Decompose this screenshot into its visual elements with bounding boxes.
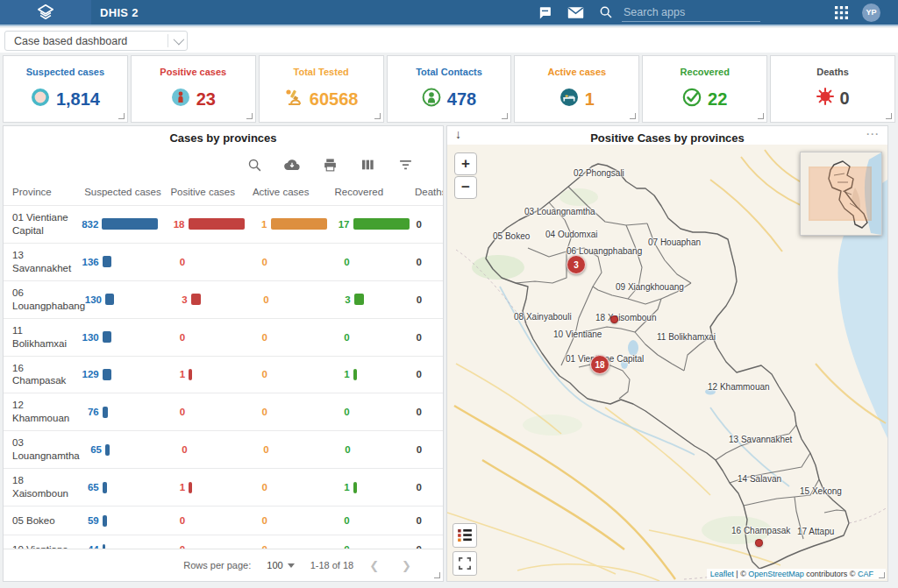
map-zoom-in-button[interactable]: + xyxy=(454,152,477,175)
positive-value: 0 xyxy=(162,407,185,417)
col-header-deaths[interactable]: Deaths xyxy=(408,187,443,197)
rows-per-page-label: Rows per page: xyxy=(183,560,251,570)
col-header-recovered[interactable]: Recovered xyxy=(325,187,408,197)
table-filter-icon[interactable] xyxy=(397,157,413,173)
active-cell: 0 xyxy=(245,515,327,526)
positive-value: 1 xyxy=(162,482,185,492)
kpi-card-value: 23 xyxy=(196,89,216,110)
recovered-cell: 3 xyxy=(328,294,410,305)
province-label: 04 Oudomxai xyxy=(545,230,597,239)
recovered-value: 0 xyxy=(327,407,350,417)
active-cell: 0 xyxy=(245,407,327,417)
attribution-link[interactable]: Leaflet xyxy=(710,570,734,578)
active-cell: 0 xyxy=(245,369,327,379)
case-count-marker[interactable]: 18 xyxy=(590,355,609,374)
recovered-value: 3 xyxy=(328,294,351,305)
panel-resize-handle[interactable] xyxy=(879,572,885,578)
prev-page-button[interactable]: ❮ xyxy=(369,559,379,572)
map-zoom-out-button[interactable]: − xyxy=(454,176,477,199)
table-print-icon[interactable] xyxy=(322,157,338,173)
suspected-bar xyxy=(103,482,107,493)
suspected-value: 59 xyxy=(76,515,99,526)
kpi-card-value: 478 xyxy=(447,89,476,110)
suspected-bar xyxy=(102,218,158,230)
positive-bar xyxy=(189,369,192,380)
dhis2-logo[interactable] xyxy=(0,0,91,25)
active-value: 0 xyxy=(245,257,267,267)
kpi-card-total-contacts: Total Contacts478 xyxy=(387,55,512,123)
messages-icon[interactable] xyxy=(567,4,584,21)
suspected-cell: 130 xyxy=(76,331,163,343)
cases-by-provinces-panel: Cases by provinces Province Suspected ca… xyxy=(3,125,444,582)
dhis2-dashboard: DHIS 2 YP xyxy=(0,0,898,588)
active-cell: 0 xyxy=(245,332,327,343)
user-avatar[interactable]: YP xyxy=(862,4,880,22)
recovered-cell: 0 xyxy=(327,257,410,267)
card-resize-handle[interactable] xyxy=(758,113,764,119)
rows-per-page-select[interactable]: 100 xyxy=(267,560,294,570)
table-toolbar xyxy=(4,145,443,178)
province-label: 02 Phongsali xyxy=(574,168,624,178)
table-download-icon[interactable] xyxy=(284,157,300,173)
card-resize-handle[interactable] xyxy=(502,113,508,119)
card-resize-handle[interactable] xyxy=(246,113,253,119)
table-row: 06 Louangphabang1303030 xyxy=(4,280,443,318)
positive-cell: 1 xyxy=(162,369,245,380)
suspected-cell: 130 xyxy=(79,294,165,305)
col-header-active[interactable]: Active cases xyxy=(244,187,326,197)
card-resize-handle[interactable] xyxy=(374,113,381,119)
map-fullscreen-button[interactable] xyxy=(453,551,477,576)
panel-resize-handle[interactable] xyxy=(434,572,440,578)
map-download-icon[interactable]: ↓ xyxy=(455,128,461,140)
table-search-icon[interactable] xyxy=(246,157,262,173)
recovered-value: 1 xyxy=(327,369,350,379)
active-value: 0 xyxy=(246,294,269,305)
recovered-cell: 1 xyxy=(327,369,410,380)
chevron-down-icon xyxy=(174,34,185,46)
leaflet-map[interactable]: 02 Phongsali03 Louangnamtha05 Bokeo04 Ou… xyxy=(447,145,887,581)
map-legend-button[interactable] xyxy=(453,523,477,548)
table-row: 05 Bokeo590000 xyxy=(4,506,443,535)
deaths-value: 0 xyxy=(409,407,443,417)
kpi-card-title: Active cases xyxy=(548,67,607,77)
map-more-menu-icon[interactable]: ⋯ xyxy=(866,126,880,142)
positive-cell: 0 xyxy=(162,332,245,343)
col-header-positive[interactable]: Positive cases xyxy=(161,187,244,197)
positive-bar xyxy=(191,294,201,305)
interpretations-icon[interactable] xyxy=(536,4,553,21)
col-header-province[interactable]: Province xyxy=(4,187,75,197)
case-dot-marker[interactable] xyxy=(610,315,618,323)
dashboard-selector[interactable]: Case based dashboard xyxy=(4,31,188,51)
recovered-value: 17 xyxy=(327,219,350,230)
suspected-bar xyxy=(103,407,108,418)
col-header-suspected[interactable]: Suspected cases xyxy=(75,187,161,197)
apps-menu-icon[interactable] xyxy=(832,4,850,21)
recovered-cell: 0 xyxy=(327,407,410,417)
attribution-link[interactable]: CAF xyxy=(858,570,873,578)
next-page-button[interactable]: ❯ xyxy=(402,559,411,572)
province-label: 05 Bokeo xyxy=(493,231,530,241)
case-count-marker[interactable]: 3 xyxy=(567,255,586,274)
suspected-value: 65 xyxy=(76,482,99,492)
table-panel-title: Cases by provinces xyxy=(4,126,443,145)
suspected-value: 130 xyxy=(79,294,102,305)
province-label: 18 Xaisomboun xyxy=(595,313,657,322)
table-row: 16 Champasak1291010 xyxy=(4,356,443,393)
kpi-card-recovered: Recovered22 xyxy=(642,55,767,123)
province-name: 13 Savannakhet xyxy=(4,249,76,275)
case-dot-marker[interactable] xyxy=(755,539,763,547)
suspected-value: 129 xyxy=(76,369,99,379)
card-resize-handle[interactable] xyxy=(886,113,892,119)
table-header-row: Province Suspected cases Positive cases … xyxy=(4,178,443,205)
card-resize-handle[interactable] xyxy=(118,113,125,119)
attribution-link[interactable]: OpenStreetMap xyxy=(748,570,804,578)
recovered-cell: 17 xyxy=(327,218,410,230)
active-value: 0 xyxy=(245,369,267,379)
kpi-card-value: 1,814 xyxy=(56,89,100,110)
select-arrow-icon xyxy=(288,563,295,568)
card-resize-handle[interactable] xyxy=(630,113,636,119)
search-apps-input[interactable] xyxy=(622,4,760,22)
table-columns-icon[interactable] xyxy=(360,157,375,173)
microscope-icon xyxy=(284,88,303,110)
overview-mini-map[interactable] xyxy=(800,152,882,236)
